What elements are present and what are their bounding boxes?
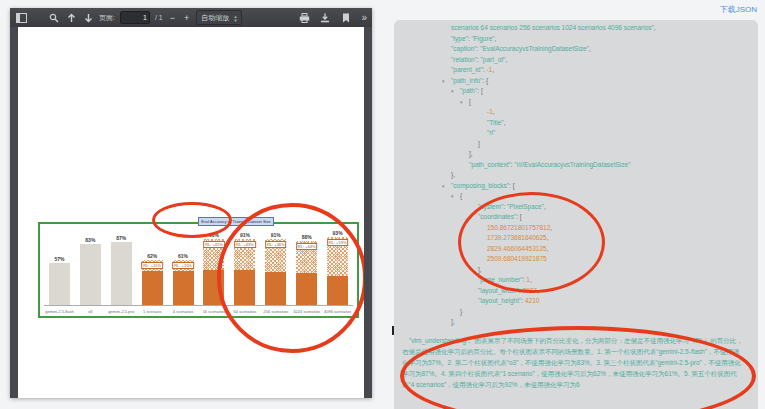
bar-value-label: 61% [178,253,188,259]
bar-group: 87% [106,227,137,305]
bar-value-label: 91% [240,232,250,238]
rl-gain-label: RL: +42% [203,241,225,248]
json-line: ▾"coordinates": [ [394,212,750,223]
json-token-key: "vlm_understanding" [409,337,469,344]
json-line: ▾"path": [ [394,86,750,97]
json-token-punct: ] [478,140,480,147]
bar-rl-gain-segment: RL: +46% [265,239,286,273]
vlm-understanding-text: "vlm_understanding": "图表展示了不同场景下的百分比变化，分… [394,335,750,390]
bar-rl-gain-segment: RL: +15% [142,260,163,271]
bar-rl-base-segment [265,272,286,305]
x-axis-label: 256 scenarios [260,306,291,318]
json-token-key: "path" [460,87,477,94]
json-token-str: "rl" [487,129,495,136]
json-line: 150.86721801757812, [394,223,750,234]
next-page-icon[interactable] [82,11,94,25]
json-line: -1, [394,107,750,118]
zoom-in-button[interactable]: + [182,13,191,23]
json-line: ▾"path_info": { [394,76,750,87]
bar-rl-gain-segment: RL: +15% [173,260,194,271]
more-tools-button[interactable]: » [361,13,367,23]
search-icon[interactable] [48,11,60,25]
json-token-punct: : { [482,77,488,84]
json-token-punct: , [530,276,532,283]
pdf-page-area: Eval Accuracy vs Training Dataset Size 5… [10,27,372,398]
json-line: ] [394,139,750,150]
bar-rl-base-segment [142,271,163,305]
bar-base-segment [111,242,132,306]
bar-rl-base-segment [296,273,317,305]
json-token-punct: [ [469,98,471,105]
pdf-page: Eval Accuracy vs Training Dataset Size 5… [18,27,364,398]
json-line: ▾[ [394,97,750,108]
bar: RL: +15% [142,260,163,305]
json-token-key: "layout_height" [478,297,521,304]
rl-gain-label: RL: +15% [172,262,194,269]
collapse-toggle-icon[interactable]: ▾ [451,191,460,202]
rl-gain-label: RL: +43% [234,241,256,248]
bar-value-label: 90% [209,232,219,238]
sidebar-toggle-button[interactable] [15,11,27,25]
bar-rl-base-segment [234,270,255,305]
bar: RL: +15% [173,260,194,305]
json-token-num: 2509.680419921875 [487,255,547,262]
bar-rl-base-segment [173,271,194,305]
bar-group: 91%RL: +46% [260,227,291,305]
bookmark-icon[interactable] [340,11,352,25]
json-line: 2829.466064453125, [394,244,750,255]
page-number-input[interactable] [120,11,150,24]
json-token-key: "system" [478,203,503,210]
json-token-punct: , [505,56,507,63]
json-token-key: "relation" [451,56,477,63]
bar-group: 57% [44,227,75,305]
json-token-punct: , [504,119,506,126]
json-line: ▾{ [394,191,750,202]
json-line: "caption": "EvalAccuracyvsTrainingDatase… [394,44,750,55]
bar: RL: +44% [296,241,317,305]
rl-gain-label: RL: +53% [327,239,349,246]
json-token-str: "PixelSpace" [507,203,544,210]
bar-rl-base-segment [203,270,224,305]
json-token-key: "path_context" [469,161,511,168]
json-token-punct: } [460,308,462,315]
json-token-str: "part_of" [481,56,506,63]
bar-chart: 57%83%87%62%RL: +15%61%RL: +15%90%RL: +4… [38,222,359,318]
x-axis-label: 1024 scenarios [291,306,322,318]
json-token-punct: , [547,245,549,252]
collapse-toggle-icon[interactable]: ▾ [451,86,460,97]
json-line: "system": "PixelSpace", [394,202,750,213]
collapse-toggle-icon[interactable]: ▾ [460,97,469,108]
json-line: "layout_height": 4210 [394,296,750,307]
bar-rl-gain-segment: RL: +53% [327,237,348,276]
collapse-toggle-icon[interactable]: ▾ [442,181,451,192]
json-token-punct: , [589,45,591,52]
json-lines: scenarios 64 scenarios 256 scenarios 102… [394,23,750,328]
chart-plot-area: 57%83%87%62%RL: +15%61%RL: +15%90%RL: +4… [44,227,353,314]
bar: RL: +46% [265,239,286,305]
x-axis-label: 64 scenarios [229,306,260,318]
json-token-punct: , [544,203,546,210]
bar-rl-gain-segment: RL: +44% [296,241,317,273]
download-json-link[interactable]: 下载JSON [720,4,757,15]
json-token-punct: }, [451,171,455,178]
previous-page-icon[interactable] [65,11,77,25]
json-token-key: "coordinates" [478,213,516,220]
json-token-punct: : [ [477,87,482,94]
download-icon[interactable] [319,11,331,25]
json-token-punct: , [537,287,539,294]
json-token-punct: : [ [509,182,514,189]
bar-group: 88%RL: +44% [291,227,322,305]
zoom-out-button[interactable]: − [168,13,177,23]
json-line: "layout_width": 2977, [394,286,750,297]
bar-rl-gain-segment: RL: +43% [234,239,255,270]
print-icon[interactable] [298,11,310,25]
json-token-punct: , [493,108,495,115]
collapse-toggle-icon[interactable]: ▾ [442,76,451,87]
collapse-toggle-icon[interactable]: ▾ [469,212,478,223]
json-line: "rl" [394,128,750,139]
json-line: ], [394,149,750,160]
json-token-punct: : [ [516,213,521,220]
x-axis-label: 16 scenarios [199,306,230,318]
x-axis-label: gemini-2.5-flash [44,306,75,318]
zoom-select[interactable]: 自动缩放 ▴▾ [196,10,242,25]
